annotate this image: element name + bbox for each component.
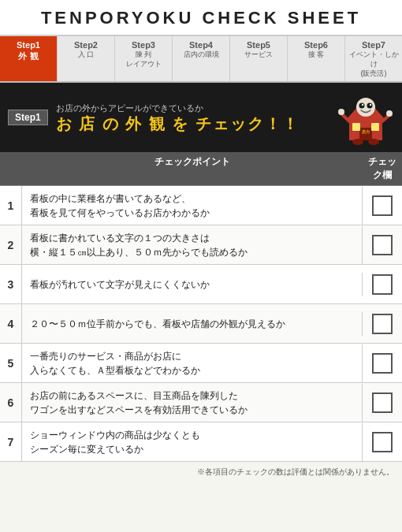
row-number: 7 xyxy=(0,422,22,461)
step1-num: Step1 xyxy=(2,39,55,50)
checkbox-box[interactable] xyxy=(372,314,393,334)
row-text: 看板の中に業種名が書いてあるなど、看板を見て何をやっているお店かわかるか xyxy=(22,187,363,225)
table-row: 5一番売りのサービス・商品がお店に入らなくても、Ａ型看板などでわかるか xyxy=(0,344,402,383)
check-list: 1看板の中に業種名が書いてあるなど、看板を見て何をやっているお店かわかるか2看板… xyxy=(0,186,402,462)
step-nav-step7[interactable]: Step7 イベント・しかけ(販売活) xyxy=(345,36,402,81)
svg-rect-3 xyxy=(352,123,360,131)
row-checkbox[interactable] xyxy=(363,383,402,422)
step6-name: 接 客 xyxy=(289,50,343,60)
row-text: 看板に書かれている文字の１つの大きさは横・縦１５㎝以上あり、５０ｍ先からでも読め… xyxy=(22,226,363,264)
step2-num: Step2 xyxy=(59,39,113,50)
row-checkbox[interactable] xyxy=(363,225,402,264)
row-number: 5 xyxy=(0,344,22,382)
table-row: 3看板が汚れていて文字が見えにくくないか xyxy=(0,265,402,304)
footer-note: ※各項目のチェックの数は評価とは関係がありません。 xyxy=(0,462,402,481)
page-title: TENPORYOKU CHECK SHEET xyxy=(0,8,402,28)
step1-intro-main: お 店 の 外 観 を チェック！！ xyxy=(56,114,329,133)
step7-name: イベント・しかけ(販売活) xyxy=(347,50,400,78)
svg-rect-4 xyxy=(371,123,379,131)
step-nav: Step1 外 観 Step2 入 口 Step3 陳 列レイアウト Step4… xyxy=(0,36,402,83)
step1-header: Step1 お店の外からアピールができているか お 店 の 外 観 を チェック… xyxy=(0,83,402,152)
svg-point-6 xyxy=(359,103,365,109)
table-row: 7ショーウィンドウ内の商品は少なくともシーズン毎に変えているか xyxy=(0,422,402,462)
step3-num: Step3 xyxy=(117,39,170,50)
row-number: 4 xyxy=(0,304,22,343)
step1-name: 外 観 xyxy=(2,50,55,61)
step4-name: 店内の環境 xyxy=(174,50,228,60)
row-checkbox[interactable] xyxy=(363,265,402,303)
th-num xyxy=(0,152,22,185)
table-row: 4２０〜５０ｍ位手前からでも、看板や店舗の外観が見えるか xyxy=(0,304,402,344)
checkbox-box[interactable] xyxy=(372,432,393,452)
checkbox-box[interactable] xyxy=(372,235,393,255)
svg-point-8 xyxy=(362,104,363,106)
table-row: 2看板に書かれている文字の１つの大きさは横・縦１５㎝以上あり、５０ｍ先からでも読… xyxy=(0,225,402,265)
svg-text:店力: 店力 xyxy=(361,129,370,134)
table-header: チェックポイント チェック欄 xyxy=(0,152,402,186)
row-text: ２０〜５０ｍ位手前からでも、看板や店舗の外観が見えるか xyxy=(22,312,363,336)
th-checkpoint: チェックポイント xyxy=(22,152,363,185)
svg-point-11 xyxy=(338,109,344,115)
svg-point-13 xyxy=(386,110,393,117)
checkbox-box[interactable] xyxy=(372,274,393,295)
page-header: TENPORYOKU CHECK SHEET xyxy=(0,0,402,36)
th-checkcol: チェック欄 xyxy=(363,152,402,185)
step7-num: Step7 xyxy=(347,39,400,50)
checkbox-box[interactable] xyxy=(372,195,393,216)
step-nav-step3[interactable]: Step3 陳 列レイアウト xyxy=(115,36,173,81)
step1-intro-sub: お店の外からアピールができているか xyxy=(56,102,329,114)
row-number: 1 xyxy=(0,186,22,225)
step-nav-step2[interactable]: Step2 入 口 xyxy=(58,36,115,81)
row-text: 看板が汚れていて文字が見えにくくないか xyxy=(22,273,363,296)
svg-point-14 xyxy=(352,139,363,145)
svg-point-15 xyxy=(368,139,379,145)
step-nav-step4[interactable]: Step4 店内の環境 xyxy=(173,36,230,81)
step1-badge: Step1 xyxy=(8,110,48,125)
step-nav-step6[interactable]: Step6 接 客 xyxy=(288,36,345,81)
step5-num: Step5 xyxy=(232,39,285,50)
step4-num: Step4 xyxy=(174,39,228,50)
svg-point-5 xyxy=(356,98,375,117)
row-text: お店の前にあるスペースに、目玉商品を陳列したワゴンを出すなどスペースを有効活用で… xyxy=(22,384,363,422)
checkbox-box[interactable] xyxy=(372,392,393,413)
table-row: 6お店の前にあるスペースに、目玉商品を陳列したワゴンを出すなどスペースを有効活用… xyxy=(0,383,402,422)
row-checkbox[interactable] xyxy=(363,304,402,343)
row-checkbox[interactable] xyxy=(363,422,402,461)
row-number: 6 xyxy=(0,383,22,422)
step5-name: サービス xyxy=(232,50,285,60)
row-number: 3 xyxy=(0,265,22,303)
step-nav-step5[interactable]: Step5 サービス xyxy=(230,36,288,81)
table-row: 1看板の中に業種名が書いてあるなど、看板を見て何をやっているお店かわかるか xyxy=(0,186,402,225)
step3-name: 陳 列レイアウト xyxy=(117,50,170,69)
step6-num: Step6 xyxy=(289,39,343,50)
svg-point-9 xyxy=(370,104,371,106)
mascot: 店力 xyxy=(337,89,394,146)
step-nav-step1[interactable]: Step1 外 観 xyxy=(0,36,58,81)
svg-point-7 xyxy=(367,103,373,109)
row-text: ショーウィンドウ内の商品は少なくともシーズン毎に変えているか xyxy=(22,423,363,461)
row-text: 一番売りのサービス・商品がお店に入らなくても、Ａ型看板などでわかるか xyxy=(22,344,363,382)
checkbox-box[interactable] xyxy=(372,353,393,374)
row-number: 2 xyxy=(0,225,22,264)
row-checkbox[interactable] xyxy=(363,344,402,382)
step1-intro: お店の外からアピールができているか お 店 の 外 観 を チェック！！ xyxy=(56,102,329,133)
step2-name: 入 口 xyxy=(59,50,113,60)
row-checkbox[interactable] xyxy=(363,186,402,225)
